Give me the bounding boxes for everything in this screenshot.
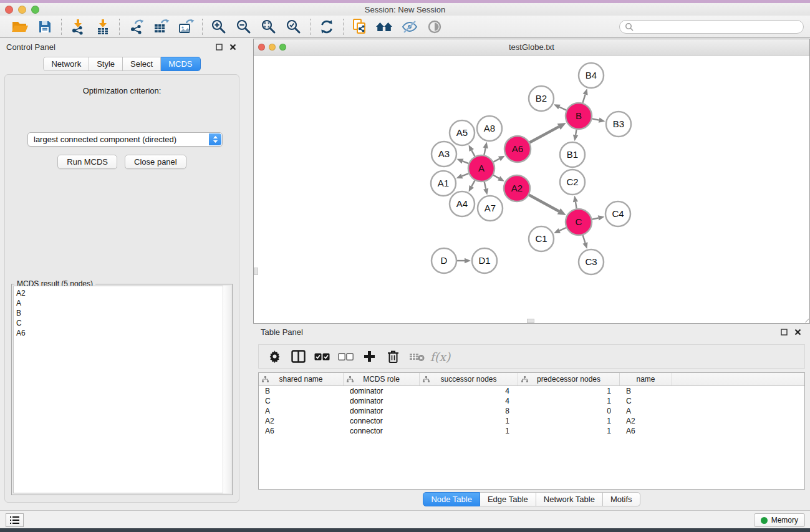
mcds-result-item[interactable]: C	[16, 318, 230, 328]
network-canvas[interactable]: B4B2BB3A8A5A6A3B1AC2A1A2A4A7C4CC1DD1C3	[254, 56, 809, 323]
tab-edge-table[interactable]: Edge Table	[480, 492, 536, 506]
table-cell[interactable]: 1	[420, 416, 518, 426]
edge-A6-B[interactable]	[529, 127, 559, 142]
table-cell[interactable]: C	[620, 396, 672, 406]
table-cell[interactable]: dominator	[344, 406, 420, 416]
table-cell[interactable]: 1	[518, 386, 620, 396]
mcds-result-item[interactable]: A6	[16, 328, 230, 338]
select-all-icon[interactable]	[311, 347, 332, 366]
edge-B-B3[interactable]	[592, 118, 599, 120]
table-cell[interactable]: A	[259, 406, 344, 416]
zoom-in-icon[interactable]	[206, 17, 231, 36]
edge-A-A6[interactable]	[493, 159, 499, 162]
node-table-body[interactable]: Bdominator41BCdominator41CAdominator80AA…	[259, 386, 804, 436]
close-panel-icon[interactable]	[228, 42, 238, 52]
delete-selected-rows-icon[interactable]	[382, 347, 403, 366]
column-header-successor-nodes[interactable]: successor nodes	[420, 373, 518, 385]
node-table-header[interactable]: shared nameMCDS rolesuccessor nodesprede…	[259, 373, 804, 386]
show-task-history-button[interactable]	[6, 513, 24, 527]
node-B2[interactable]: B2	[529, 86, 554, 111]
save-session-icon[interactable]	[32, 17, 57, 36]
table-cell[interactable]: A2	[259, 416, 344, 426]
mcds-result-scrollbar[interactable]	[223, 286, 231, 493]
node-table[interactable]: shared nameMCDS rolesuccessor nodesprede…	[258, 372, 805, 490]
zoom-window-button[interactable]	[31, 6, 39, 14]
graphics-details-icon[interactable]	[422, 17, 447, 36]
edge-C-C2[interactable]	[576, 202, 577, 209]
edge-A2-C[interactable]	[529, 195, 559, 211]
table-cell[interactable]: C	[259, 396, 344, 406]
column-header-mcds-role[interactable]: MCDS role	[344, 373, 420, 385]
node-C4[interactable]: C4	[605, 201, 630, 226]
edge-C-C1[interactable]	[559, 228, 566, 231]
column-settings-icon[interactable]	[264, 347, 285, 366]
refresh-network-view-icon[interactable]	[314, 17, 339, 36]
edge-B-B1[interactable]	[576, 130, 576, 135]
duplicate-network-icon[interactable]	[347, 17, 372, 36]
search-input[interactable]	[637, 22, 798, 31]
node-A3[interactable]: A3	[432, 142, 456, 167]
add-row-icon[interactable]	[359, 347, 380, 366]
resize-grip-icon[interactable]	[800, 314, 809, 322]
edge-C-C4[interactable]	[592, 218, 599, 219]
node-A2[interactable]: A2	[504, 175, 530, 201]
table-row[interactable]: Cdominator41C	[259, 396, 804, 406]
tab-style[interactable]: Style	[89, 57, 123, 71]
column-header-shared-name[interactable]: shared name	[259, 373, 344, 385]
node-D[interactable]: D	[432, 248, 456, 273]
table-row[interactable]: A6connector11A6	[259, 426, 804, 436]
delete-table-icon[interactable]	[406, 347, 427, 366]
edge-A-A4[interactable]	[471, 180, 475, 186]
network-zoom-button[interactable]	[279, 44, 286, 51]
node-D1[interactable]: D1	[472, 248, 497, 273]
table-cell[interactable]: A2	[620, 416, 672, 426]
column-header-name[interactable]: name	[620, 373, 672, 385]
edge-A-A3[interactable]	[463, 161, 469, 163]
table-cell[interactable]: A	[620, 406, 672, 416]
node-A5[interactable]: A5	[450, 120, 475, 145]
tab-network[interactable]: Network	[43, 57, 89, 71]
node-A8[interactable]: A8	[477, 116, 502, 141]
close-window-button[interactable]	[5, 6, 13, 14]
table-row[interactable]: Adominator80A	[259, 406, 804, 416]
float-table-panel-icon[interactable]	[779, 327, 789, 337]
table-cell[interactable]: dominator	[344, 386, 420, 396]
column-header-predecessor-nodes[interactable]: predecessor nodes	[518, 373, 620, 385]
table-row[interactable]: A2connector11A2	[259, 416, 804, 426]
float-panel-icon[interactable]	[214, 42, 224, 52]
table-cell[interactable]: A6	[259, 426, 344, 436]
zoom-out-icon[interactable]	[231, 17, 256, 36]
network-minimize-button[interactable]	[269, 44, 276, 51]
edge-A-A2[interactable]	[493, 175, 499, 178]
node-A[interactable]: A	[468, 155, 494, 181]
function-builder-icon[interactable]: f(x)	[430, 347, 451, 366]
edge-B-B4[interactable]	[582, 95, 585, 103]
table-cell[interactable]: dominator	[344, 396, 420, 406]
zoom-fit-icon[interactable]	[256, 17, 281, 36]
table-cell[interactable]: 4	[420, 386, 518, 396]
import-network-icon[interactable]	[65, 17, 90, 36]
horizontal-scroll-indicator[interactable]	[527, 319, 534, 323]
table-cell[interactable]: connector	[344, 416, 420, 426]
table-cell[interactable]: 1	[518, 396, 620, 406]
table-cell[interactable]: 1	[518, 426, 620, 436]
node-B3[interactable]: B3	[606, 112, 631, 137]
tab-network-table[interactable]: Network Table	[536, 492, 603, 506]
export-image-icon[interactable]	[173, 17, 198, 36]
zoom-selected-icon[interactable]	[281, 17, 306, 36]
mcds-result-item[interactable]: B	[16, 308, 230, 318]
table-cell[interactable]: B	[620, 386, 672, 396]
network-overview-icon[interactable]	[372, 17, 397, 36]
vertical-scroll-indicator[interactable]	[254, 268, 258, 275]
mcds-result-list[interactable]: A2ABCA6	[13, 286, 231, 493]
mcds-result-item[interactable]: A2	[16, 288, 230, 298]
table-cell[interactable]: B	[259, 386, 344, 396]
table-cell[interactable]: A6	[620, 426, 672, 436]
deselect-all-icon[interactable]	[335, 347, 356, 366]
minimize-window-button[interactable]	[18, 6, 26, 14]
optimization-criterion-select[interactable]: largest connected component (directed)	[27, 132, 223, 147]
edge-B-B2[interactable]	[559, 107, 566, 110]
table-cell[interactable]: 1	[518, 416, 620, 426]
tab-motifs[interactable]: Motifs	[603, 492, 640, 506]
run-mcds-button[interactable]: Run MCDS	[57, 155, 117, 169]
